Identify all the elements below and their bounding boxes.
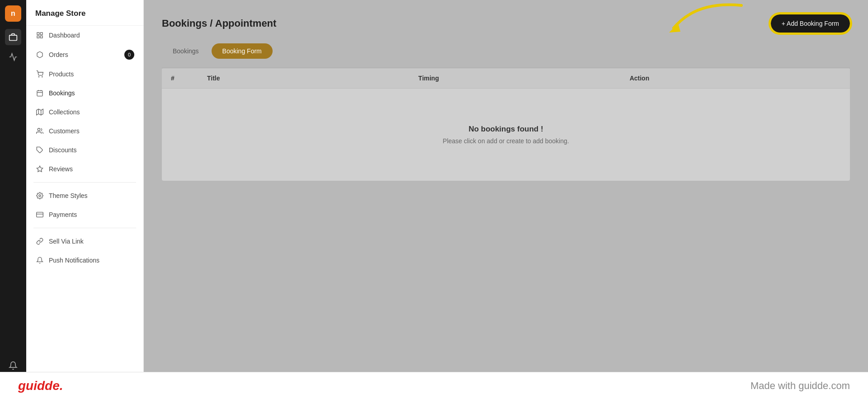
sidebar-title: Manage Store: [26, 0, 143, 26]
tab-booking-form[interactable]: Booking Form: [212, 43, 273, 59]
sidebar-item-theme-styles[interactable]: Theme Styles: [26, 186, 143, 205]
page-header: Bookings / Appointment + Add Booking For…: [162, 14, 850, 33]
sidebar-label-products: Products: [49, 70, 134, 78]
main-content: Bookings / Appointment + Add Booking For…: [144, 0, 868, 399]
sell-via-link-icon: [35, 237, 44, 246]
sidebar-label-orders: Orders: [49, 51, 120, 58]
sidebar-item-sell-via-link[interactable]: Sell Via Link: [26, 232, 143, 251]
nav-divider-1: [33, 182, 136, 183]
svg-rect-5: [37, 36, 39, 38]
svg-point-18: [39, 195, 41, 197]
table-empty-subtitle: Please click on add or create to add boo…: [171, 137, 841, 145]
sidebar-item-orders[interactable]: Orders 0: [26, 45, 143, 65]
table-empty-state: No bookings found ! Please click on add …: [162, 89, 850, 181]
bookings-icon: [35, 89, 44, 98]
sidebar-item-discounts[interactable]: Discounts: [26, 141, 143, 160]
discounts-icon: [35, 146, 44, 155]
col-header-timing: Timing: [418, 75, 629, 82]
col-header-action: Action: [630, 75, 841, 82]
table-empty-title: No bookings found !: [171, 125, 841, 134]
icon-sidebar: n: [0, 0, 26, 399]
products-icon: [35, 70, 44, 79]
dashboard-icon: [35, 31, 44, 40]
col-header-hash: #: [171, 75, 207, 82]
svg-point-6: [38, 76, 39, 77]
customers-icon: [35, 127, 44, 136]
sidebar-label-push-notifications: Push Notifications: [49, 257, 134, 264]
nav-sidebar: Manage Store Dashboard Orders 0 Products: [26, 0, 144, 399]
sidebar-item-collections[interactable]: Collections: [26, 103, 143, 122]
page-title: Bookings / Appointment: [162, 18, 276, 29]
svg-rect-19: [37, 212, 43, 217]
icon-nav-store[interactable]: [5, 29, 21, 45]
push-notifications-icon: [35, 256, 44, 265]
svg-rect-8: [37, 91, 42, 96]
sidebar-item-push-notifications[interactable]: Push Notifications: [26, 251, 143, 270]
nav-divider-2: [33, 228, 136, 228]
orders-badge: 0: [124, 50, 134, 60]
svg-point-15: [38, 128, 40, 131]
orders-icon: [35, 50, 44, 59]
collections-icon: [35, 108, 44, 117]
col-header-title: Title: [207, 75, 418, 82]
svg-rect-4: [40, 36, 42, 38]
sidebar-label-sell-via-link: Sell Via Link: [49, 238, 134, 245]
sidebar-label-theme-styles: Theme Styles: [49, 192, 134, 199]
guidde-credit: Made with guidde.com: [750, 380, 850, 392]
svg-rect-0: [9, 35, 17, 41]
table-container: # Title Timing Action No bookings found …: [162, 68, 850, 181]
sidebar-label-payments: Payments: [49, 211, 134, 218]
sidebar-item-payments[interactable]: Payments: [26, 205, 143, 224]
bottom-bar: guidde. Made with guidde.com: [0, 372, 868, 399]
svg-rect-3: [40, 33, 42, 35]
payments-icon: [35, 210, 44, 219]
tab-bookings[interactable]: Bookings: [162, 43, 210, 59]
icon-nav-chart[interactable]: [5, 49, 21, 65]
arrow-annotation: [660, 0, 750, 42]
svg-marker-12: [37, 109, 43, 115]
sidebar-label-customers: Customers: [49, 127, 134, 135]
sidebar-item-dashboard[interactable]: Dashboard: [26, 26, 143, 45]
sidebar-item-products[interactable]: Products: [26, 65, 143, 84]
table-header: # Title Timing Action: [162, 68, 850, 89]
tabs-container: Bookings Booking Form: [162, 43, 850, 59]
add-booking-form-button[interactable]: + Add Booking Form: [771, 14, 850, 33]
guidde-logo: guidde.: [18, 379, 63, 393]
svg-rect-2: [37, 33, 39, 35]
sidebar-label-discounts: Discounts: [49, 146, 134, 154]
sidebar-item-customers[interactable]: Customers: [26, 122, 143, 141]
sidebar-item-bookings[interactable]: Bookings: [26, 84, 143, 103]
theme-styles-icon: [35, 191, 44, 200]
icon-nav-bell[interactable]: [5, 357, 21, 374]
sidebar-item-reviews[interactable]: Reviews: [26, 160, 143, 178]
reviews-icon: [35, 164, 44, 174]
svg-point-7: [42, 76, 42, 77]
sidebar-label-reviews: Reviews: [49, 165, 134, 173]
sidebar-label-bookings: Bookings: [49, 89, 134, 97]
svg-marker-17: [37, 166, 42, 172]
sidebar-label-collections: Collections: [49, 108, 134, 116]
sidebar-label-dashboard: Dashboard: [49, 32, 134, 39]
app-logo[interactable]: n: [5, 5, 21, 22]
